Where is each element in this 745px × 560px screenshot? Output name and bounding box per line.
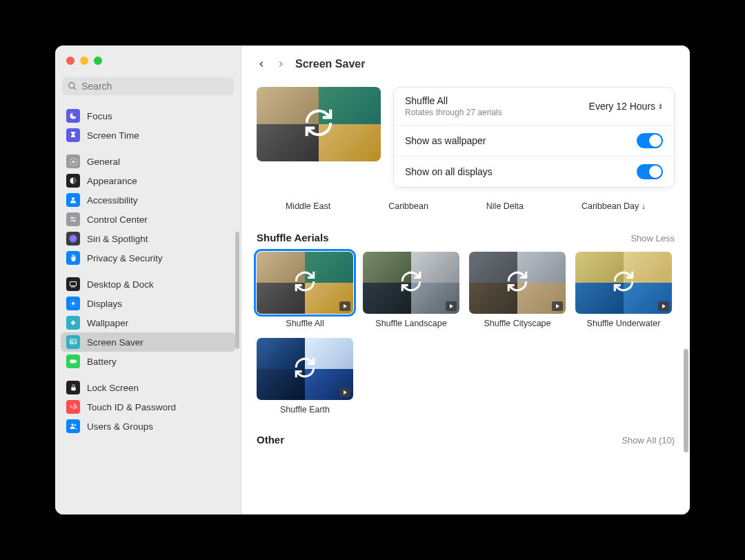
sidebar-item-control-center[interactable]: Control Center (61, 210, 235, 229)
sidebar-item-label: Control Center (87, 214, 148, 225)
svg-rect-10 (70, 282, 77, 286)
svg-point-13 (72, 321, 74, 323)
section-toggle-button[interactable]: Show All (10) (622, 435, 675, 446)
shuffle-icon (293, 356, 317, 382)
svg-point-7 (72, 217, 73, 219)
previous-section-labels: Middle EastCaribbeanNile DeltaCaribbean … (257, 201, 675, 211)
page-title: Screen Saver (295, 58, 365, 70)
sidebar-item-general[interactable]: General (61, 152, 235, 171)
aerial-label: Nile Delta (486, 201, 524, 211)
all-displays-row: Show on all displays (394, 157, 674, 187)
sidebar-item-label: Screen Saver (87, 337, 143, 348)
sidebar-item-label: Users & Groups (87, 421, 153, 432)
shuffle-icon (303, 107, 335, 141)
lock-icon (66, 381, 80, 394)
play-icon (658, 301, 669, 311)
forward-button[interactable] (276, 58, 286, 70)
sidebar-item-focus[interactable]: Focus (61, 106, 235, 126)
content-scrollbar[interactable] (684, 349, 688, 452)
sidebar-item-privacy-security[interactable]: Privacy & Security (61, 248, 235, 268)
shuffle-icon (293, 270, 317, 296)
sidebar-item-label: Privacy & Security (87, 253, 163, 263)
sidebar-item-label: General (87, 157, 120, 167)
play-icon (446, 301, 457, 311)
section-toggle-button[interactable]: Show Less (630, 233, 675, 243)
sidebar-item-wallpaper[interactable]: Wallpaper (61, 313, 235, 332)
play-icon (339, 301, 350, 311)
display-icon (66, 297, 80, 310)
thumbnail-image (257, 252, 353, 314)
sliders-icon (66, 212, 80, 226)
screensaver-option[interactable]: Shuffle Underwater (575, 252, 672, 328)
sidebar-item-siri-spotlight[interactable]: Siri & Spotlight (61, 229, 235, 248)
screensaver-option[interactable]: Shuffle Landscape (363, 252, 459, 328)
all-displays-toggle[interactable] (637, 164, 663, 179)
sidebar-item-screen-saver[interactable]: Screen Saver (61, 332, 235, 352)
sidebar-item-desktop-dock[interactable]: Desktop & Dock (61, 274, 235, 294)
svg-point-17 (72, 322, 74, 323)
thumbnail-label: Shuffle Earth (257, 405, 353, 414)
section-title: Shuffle Aerials (257, 232, 328, 243)
screensaver-option[interactable]: Shuffle Cityscape (469, 252, 566, 328)
sidebar-item-label: Siri & Spotlight (87, 234, 148, 244)
svg-point-9 (69, 234, 77, 243)
minimize-button[interactable] (80, 57, 88, 65)
svg-rect-11 (71, 287, 75, 288)
shuffle-icon (399, 270, 423, 296)
thumbnail-label: Shuffle Landscape (363, 319, 459, 328)
search-input[interactable] (81, 81, 228, 92)
settings-card: Shuffle All Rotates through 27 aerials E… (393, 87, 675, 188)
screensaver-option[interactable]: Shuffle All (257, 252, 353, 328)
interval-value: Every 12 Hours (589, 101, 655, 112)
thumbnail-label: Shuffle Underwater (575, 319, 672, 328)
shuffle-interval-row: Shuffle All Rotates through 27 aerials E… (394, 88, 674, 126)
sidebar-item-label: Lock Screen (87, 383, 139, 393)
svg-point-2 (72, 160, 74, 162)
sidebar-scrollbar[interactable] (235, 232, 239, 349)
svg-rect-21 (76, 361, 77, 362)
wallpaper-toggle[interactable] (637, 133, 663, 148)
svg-point-24 (74, 424, 76, 426)
interval-dropdown[interactable]: Every 12 Hours ▲▼ (589, 101, 663, 112)
sidebar-item-label: Displays (87, 299, 122, 309)
shuffle-icon (612, 270, 635, 296)
moon-icon (66, 109, 80, 123)
sidebar-item-appearance[interactable]: Appearance (61, 171, 235, 190)
sidebar-item-label: Focus (87, 111, 112, 121)
play-icon (552, 301, 563, 311)
svg-point-12 (72, 302, 74, 305)
svg-point-16 (72, 323, 74, 326)
thumbnail-image (575, 252, 672, 314)
aerial-label: Caribbean Day ↓ (582, 201, 646, 211)
sidebar-item-users-groups[interactable]: Users & Groups (61, 417, 235, 436)
wallpaper-label: Show as wallpaper (405, 135, 486, 146)
svg-point-15 (74, 322, 76, 324)
search-field[interactable] (62, 77, 234, 95)
svg-point-0 (69, 83, 74, 88)
siri-icon (66, 232, 80, 246)
close-button[interactable] (66, 57, 74, 65)
preview-thumbnail[interactable] (257, 87, 381, 161)
fullscreen-button[interactable] (94, 57, 102, 65)
play-icon (339, 388, 350, 397)
thumbnail-image (469, 252, 566, 314)
sidebar-item-label: Battery (87, 357, 117, 367)
aerial-label: Middle East (286, 201, 330, 211)
thumbnail-label: Shuffle Cityscape (469, 319, 566, 328)
sidebar-item-touch-id-password[interactable]: Touch ID & Password (61, 397, 235, 417)
screensaver-option[interactable]: Shuffle Earth (257, 338, 353, 414)
svg-rect-22 (71, 388, 75, 391)
sidebar: FocusScreen TimeGeneralAppearanceAccessi… (55, 46, 241, 514)
sidebar-item-screen-time[interactable]: Screen Time (61, 126, 235, 145)
svg-point-14 (71, 322, 73, 324)
sidebar-item-accessibility[interactable]: Accessibility (61, 190, 235, 210)
sidebar-item-battery[interactable]: Battery (61, 352, 235, 371)
sidebar-item-displays[interactable]: Displays (61, 294, 235, 313)
sidebar-item-lock-screen[interactable]: Lock Screen (61, 378, 235, 397)
gear-icon (66, 154, 80, 168)
content-header: Screen Saver (241, 46, 690, 77)
back-button[interactable] (257, 58, 266, 70)
thumbnail-image (257, 338, 353, 400)
sidebar-list[interactable]: FocusScreen TimeGeneralAppearanceAccessi… (55, 99, 241, 514)
svg-point-23 (71, 423, 74, 426)
